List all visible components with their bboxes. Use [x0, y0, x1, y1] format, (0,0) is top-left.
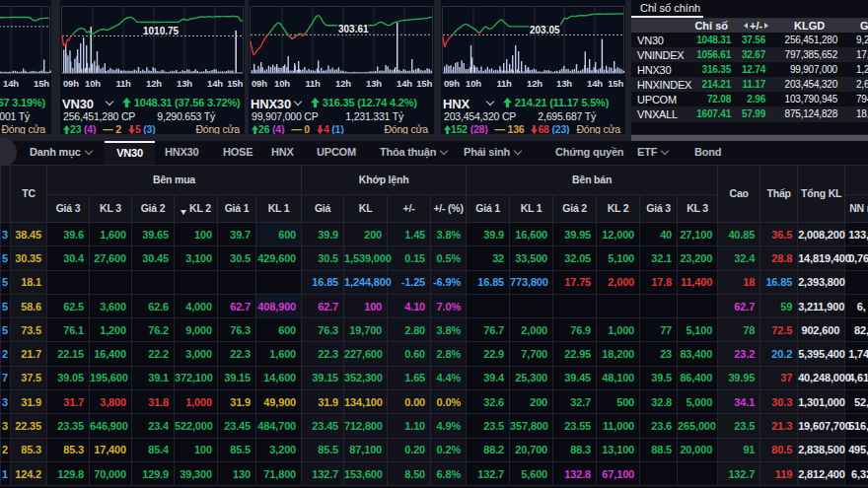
svg-text:15h: 15h [34, 78, 49, 89]
svg-text:303.61: 303.61 [338, 24, 369, 35]
svg-text:10h: 10h [466, 78, 481, 89]
svg-text:10h: 10h [274, 78, 290, 89]
svg-text:13h: 13h [177, 78, 192, 89]
svg-text:09h: 09h [63, 78, 79, 89]
svg-text:14h: 14h [397, 78, 412, 89]
svg-text:11h: 11h [305, 78, 321, 89]
svg-text:11h: 11h [496, 78, 512, 89]
svg-text:11h: 11h [115, 78, 131, 89]
svg-text:14h: 14h [3, 78, 19, 89]
svg-text:14h: 14h [587, 78, 603, 89]
svg-text:15h: 15h [227, 78, 243, 89]
svg-text:203.05: 203.05 [530, 25, 560, 35]
svg-text:09h: 09h [252, 78, 267, 89]
svg-text:15h: 15h [416, 78, 432, 89]
svg-text:14h: 14h [207, 78, 223, 89]
svg-text:12h: 12h [335, 78, 351, 89]
svg-text:15h: 15h [608, 78, 623, 89]
svg-text:1010.75: 1010.75 [143, 26, 180, 36]
svg-text:12h: 12h [146, 78, 162, 89]
svg-text:12h: 12h [527, 78, 542, 89]
svg-text:10h: 10h [85, 78, 101, 89]
svg-text:09h: 09h [444, 78, 460, 89]
svg-text:13h: 13h [556, 78, 572, 89]
svg-text:13h: 13h [366, 78, 382, 89]
